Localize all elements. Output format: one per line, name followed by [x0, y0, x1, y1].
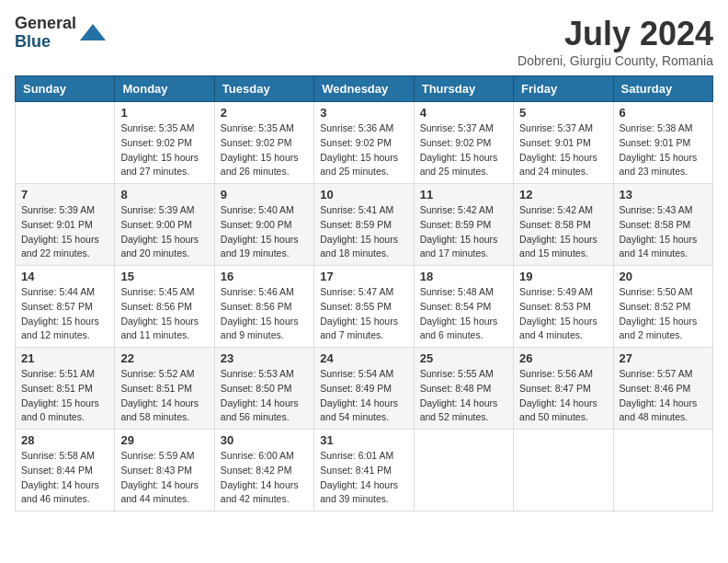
calendar-cell: 26Sunrise: 5:56 AM Sunset: 8:47 PM Dayli…	[514, 348, 613, 430]
day-number: 17	[320, 270, 407, 283]
day-info: Sunrise: 5:59 AM Sunset: 8:43 PM Dayligh…	[120, 449, 208, 507]
day-number: 3	[320, 106, 407, 120]
calendar-cell: 27Sunrise: 5:57 AM Sunset: 8:46 PM Dayli…	[613, 348, 712, 430]
day-number: 18	[420, 270, 507, 283]
calendar-week-row: 7Sunrise: 5:39 AM Sunset: 9:01 PM Daylig…	[16, 184, 713, 266]
calendar-week-row: 21Sunrise: 5:51 AM Sunset: 8:51 PM Dayli…	[16, 348, 713, 430]
day-number: 30	[221, 433, 308, 447]
day-number: 16	[221, 270, 308, 283]
day-info: Sunrise: 5:46 AM Sunset: 8:56 PM Dayligh…	[221, 285, 308, 343]
calendar-cell: 12Sunrise: 5:42 AM Sunset: 8:58 PM Dayli…	[514, 184, 613, 266]
calendar-cell: 10Sunrise: 5:41 AM Sunset: 8:59 PM Dayli…	[314, 184, 414, 266]
calendar-cell: 7Sunrise: 5:39 AM Sunset: 9:01 PM Daylig…	[16, 184, 115, 266]
calendar-week-row: 14Sunrise: 5:44 AM Sunset: 8:57 PM Dayli…	[16, 266, 713, 348]
svg-marker-0	[80, 24, 106, 40]
day-number: 2	[221, 106, 308, 120]
day-info: Sunrise: 5:42 AM Sunset: 8:58 PM Dayligh…	[519, 203, 607, 261]
day-info: Sunrise: 5:51 AM Sunset: 8:51 PM Dayligh…	[21, 367, 108, 425]
calendar-cell: 15Sunrise: 5:45 AM Sunset: 8:56 PM Dayli…	[115, 266, 214, 348]
day-number: 9	[221, 188, 308, 201]
day-info: Sunrise: 5:47 AM Sunset: 8:55 PM Dayligh…	[320, 285, 407, 343]
calendar-cell	[514, 430, 613, 511]
day-info: Sunrise: 5:38 AM Sunset: 9:01 PM Dayligh…	[620, 121, 707, 179]
day-info: Sunrise: 5:50 AM Sunset: 8:52 PM Dayligh…	[620, 285, 707, 343]
day-info: Sunrise: 5:49 AM Sunset: 8:53 PM Dayligh…	[519, 285, 607, 343]
calendar-cell: 31Sunrise: 6:01 AM Sunset: 8:41 PM Dayli…	[314, 430, 414, 511]
day-info: Sunrise: 5:36 AM Sunset: 9:02 PM Dayligh…	[320, 121, 407, 179]
day-number: 15	[120, 270, 208, 283]
calendar-cell: 17Sunrise: 5:47 AM Sunset: 8:55 PM Dayli…	[314, 266, 414, 348]
day-number: 21	[21, 351, 108, 365]
day-number: 27	[620, 351, 707, 365]
month-title: July 2024	[518, 15, 713, 53]
day-info: Sunrise: 5:48 AM Sunset: 8:54 PM Dayligh…	[420, 285, 507, 343]
calendar-cell: 13Sunrise: 5:43 AM Sunset: 8:58 PM Dayli…	[613, 184, 712, 266]
calendar-cell: 14Sunrise: 5:44 AM Sunset: 8:57 PM Dayli…	[16, 266, 115, 348]
day-info: Sunrise: 5:44 AM Sunset: 8:57 PM Dayligh…	[21, 285, 108, 343]
column-header-tuesday: Tuesday	[214, 76, 313, 102]
day-info: Sunrise: 5:35 AM Sunset: 9:02 PM Dayligh…	[221, 121, 308, 179]
day-number: 28	[21, 433, 108, 447]
calendar-cell	[414, 430, 513, 511]
column-header-wednesday: Wednesday	[314, 76, 414, 102]
day-info: Sunrise: 6:01 AM Sunset: 8:41 PM Dayligh…	[320, 449, 407, 507]
calendar-cell: 24Sunrise: 5:54 AM Sunset: 8:49 PM Dayli…	[314, 348, 414, 430]
calendar-header-row: SundayMondayTuesdayWednesdayThursdayFrid…	[16, 76, 713, 102]
column-header-saturday: Saturday	[613, 76, 712, 102]
day-number: 10	[320, 188, 407, 201]
calendar-cell: 5Sunrise: 5:37 AM Sunset: 9:01 PM Daylig…	[514, 102, 613, 184]
calendar-cell: 11Sunrise: 5:42 AM Sunset: 8:59 PM Dayli…	[414, 184, 513, 266]
calendar-cell: 4Sunrise: 5:37 AM Sunset: 9:02 PM Daylig…	[414, 102, 513, 184]
logo: General Blue	[15, 15, 106, 52]
day-info: Sunrise: 5:39 AM Sunset: 9:00 PM Dayligh…	[120, 203, 208, 261]
day-number: 6	[620, 106, 707, 120]
day-number: 4	[420, 106, 507, 120]
day-info: Sunrise: 5:55 AM Sunset: 8:48 PM Dayligh…	[420, 367, 507, 425]
day-number: 29	[120, 433, 208, 447]
day-info: Sunrise: 5:52 AM Sunset: 8:51 PM Dayligh…	[120, 367, 208, 425]
day-info: Sunrise: 5:57 AM Sunset: 8:46 PM Dayligh…	[620, 367, 707, 425]
calendar-cell: 20Sunrise: 5:50 AM Sunset: 8:52 PM Dayli…	[613, 266, 712, 348]
calendar-cell: 21Sunrise: 5:51 AM Sunset: 8:51 PM Dayli…	[16, 348, 115, 430]
logo-blue: Blue	[15, 33, 76, 52]
calendar-cell: 19Sunrise: 5:49 AM Sunset: 8:53 PM Dayli…	[514, 266, 613, 348]
calendar-week-row: 1Sunrise: 5:35 AM Sunset: 9:02 PM Daylig…	[16, 102, 713, 184]
page-header: General Blue July 2024 Dobreni, Giurgiu …	[15, 15, 713, 68]
calendar-cell: 23Sunrise: 5:53 AM Sunset: 8:50 PM Dayli…	[214, 348, 313, 430]
calendar-cell: 9Sunrise: 5:40 AM Sunset: 9:00 PM Daylig…	[214, 184, 313, 266]
calendar-cell: 1Sunrise: 5:35 AM Sunset: 9:02 PM Daylig…	[115, 102, 214, 184]
title-section: July 2024 Dobreni, Giurgiu County, Roman…	[518, 15, 713, 68]
day-info: Sunrise: 5:35 AM Sunset: 9:02 PM Dayligh…	[120, 121, 208, 179]
calendar-table: SundayMondayTuesdayWednesdayThursdayFrid…	[15, 75, 713, 511]
day-info: Sunrise: 5:45 AM Sunset: 8:56 PM Dayligh…	[120, 285, 208, 343]
column-header-thursday: Thursday	[414, 76, 513, 102]
day-number: 23	[221, 351, 308, 365]
logo-icon	[80, 20, 106, 46]
calendar-cell: 22Sunrise: 5:52 AM Sunset: 8:51 PM Dayli…	[115, 348, 214, 430]
day-info: Sunrise: 5:37 AM Sunset: 9:02 PM Dayligh…	[420, 121, 507, 179]
day-number: 8	[120, 188, 208, 201]
day-number: 31	[320, 433, 407, 447]
day-info: Sunrise: 5:41 AM Sunset: 8:59 PM Dayligh…	[320, 203, 407, 261]
day-number: 19	[519, 270, 607, 283]
column-header-sunday: Sunday	[16, 76, 115, 102]
location: Dobreni, Giurgiu County, Romania	[518, 53, 713, 68]
day-number: 11	[420, 188, 507, 201]
calendar-cell: 16Sunrise: 5:46 AM Sunset: 8:56 PM Dayli…	[214, 266, 313, 348]
calendar-cell: 3Sunrise: 5:36 AM Sunset: 9:02 PM Daylig…	[314, 102, 414, 184]
column-header-friday: Friday	[514, 76, 613, 102]
day-info: Sunrise: 6:00 AM Sunset: 8:42 PM Dayligh…	[221, 449, 308, 507]
day-info: Sunrise: 5:37 AM Sunset: 9:01 PM Dayligh…	[519, 121, 607, 179]
day-number: 12	[519, 188, 607, 201]
calendar-cell: 2Sunrise: 5:35 AM Sunset: 9:02 PM Daylig…	[214, 102, 313, 184]
day-info: Sunrise: 5:42 AM Sunset: 8:59 PM Dayligh…	[420, 203, 507, 261]
column-header-monday: Monday	[115, 76, 214, 102]
day-info: Sunrise: 5:53 AM Sunset: 8:50 PM Dayligh…	[221, 367, 308, 425]
calendar-cell	[16, 102, 115, 184]
day-number: 7	[21, 188, 108, 201]
calendar-cell	[613, 430, 712, 511]
calendar-cell: 28Sunrise: 5:58 AM Sunset: 8:44 PM Dayli…	[16, 430, 115, 511]
day-number: 13	[620, 188, 707, 201]
day-info: Sunrise: 5:39 AM Sunset: 9:01 PM Dayligh…	[21, 203, 108, 261]
calendar-cell: 25Sunrise: 5:55 AM Sunset: 8:48 PM Dayli…	[414, 348, 513, 430]
